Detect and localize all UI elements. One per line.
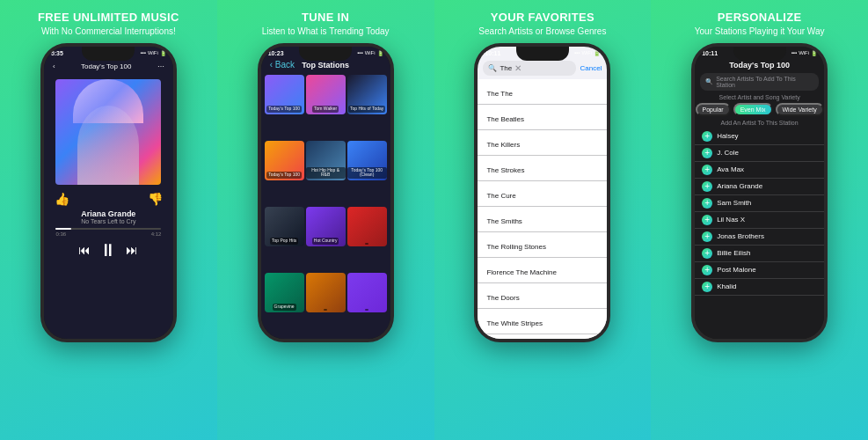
artist-item[interactable]: + J. Cole	[695, 145, 824, 162]
result-text: The Cure	[486, 192, 515, 200]
skip-forward-icon[interactable]: ⏭	[126, 243, 138, 257]
add-artist-icon[interactable]: +	[702, 282, 712, 292]
wifi-icon-4: WiFi	[799, 50, 809, 55]
add-artist-icon[interactable]: +	[702, 181, 712, 192]
add-artist-icon[interactable]: +	[702, 198, 712, 209]
station-label-9: Grapevine	[273, 304, 296, 311]
artist-item[interactable]: + Khalid	[695, 279, 824, 296]
add-artist-label: Add An Artist To This Station	[695, 120, 824, 126]
search-bar-row: 🔍 The ✕ Cancel	[478, 61, 607, 76]
result-text: The Beatles	[486, 115, 524, 123]
back-button-2[interactable]: ‹ Back	[270, 60, 295, 70]
progress-times: 0:36 4:12	[55, 231, 161, 237]
phone-notch-3	[516, 47, 569, 61]
status-time-1: 5:35	[51, 50, 63, 56]
variety-evenmix-button[interactable]: Even Mix	[733, 103, 773, 116]
personalize-search-box[interactable]: 🔍 Search Artists To Add To This Station	[700, 73, 819, 91]
add-artist-icon[interactable]: +	[702, 231, 712, 242]
panel-4-subtitle: Your Stations Playing it Your Way	[695, 26, 825, 36]
artist-name: Khalid	[717, 282, 736, 290]
panel-favorites: YOUR FAVORITES Search Artists or Browse …	[434, 0, 652, 440]
station-tile-4[interactable]: Hot Hip Hop & R&B	[306, 141, 346, 180]
pause-icon[interactable]: ⏸	[99, 240, 117, 260]
artist-item[interactable]: + Ariana Grande	[695, 179, 824, 195]
station-label-1: Tom Walker	[312, 106, 339, 113]
artist-item[interactable]: + Halsey	[695, 128, 824, 145]
phone-screen-2: 10:23 ▪▪▪ WiFi 🔋 ‹ Back Top Stations Tod…	[261, 47, 390, 339]
artist-item[interactable]: + Billie Eilish	[695, 246, 824, 262]
phone-screen-4: 10:11 ▪▪▪ WiFi 🔋 Today's Top 100 🔍 Searc…	[695, 47, 824, 339]
phone-notch-2	[299, 47, 352, 61]
list-item[interactable]: Florence The Machine	[478, 258, 607, 283]
add-artist-icon[interactable]: +	[702, 131, 712, 142]
station-tile-8[interactable]	[347, 207, 387, 246]
artist-item[interactable]: + Post Malone	[695, 262, 824, 279]
personalize-screen: 10:11 ▪▪▪ WiFi 🔋 Today's Top 100 🔍 Searc…	[695, 47, 824, 339]
list-item[interactable]: The Killers	[478, 130, 607, 156]
station-tile-6[interactable]: Top Pop Hits	[265, 207, 304, 246]
panel-3-title: YOUR FAVORITES	[478, 11, 606, 25]
artist-item[interactable]: + Jonas Brothers	[695, 229, 824, 246]
panel-3-heading: YOUR FAVORITES Search Artists or Browse …	[478, 11, 606, 36]
search-input-box[interactable]: 🔍 The ✕	[483, 61, 576, 76]
panel-1-subtitle: With No Commercial Interruptions!	[38, 26, 179, 36]
station-tile-3[interactable]: Today's Top 100	[265, 141, 304, 180]
thumbs-down-icon[interactable]: 👎	[148, 192, 163, 206]
panel-tune-in: TUNE IN Listen to What is Trending Today…	[217, 0, 434, 440]
station-tile-9[interactable]: Grapevine	[265, 273, 304, 312]
artist-item[interactable]: + Lil Nas X	[695, 212, 824, 229]
station-label-3: Today's Top 100	[266, 172, 302, 179]
list-item[interactable]: The White Stripes	[478, 309, 607, 334]
station-tile-10[interactable]	[306, 273, 346, 312]
add-artist-icon[interactable]: +	[702, 165, 712, 175]
station-tile-11[interactable]	[347, 273, 387, 312]
list-item[interactable]: The Doors	[478, 283, 607, 309]
status-time-2: 10:23	[268, 50, 284, 56]
station-tile-1[interactable]: Tom Walker	[306, 75, 346, 114]
list-item[interactable]: Queens of the Stone Age	[478, 334, 607, 339]
station-tile-5[interactable]: Today's Top 100 (Clean)	[347, 141, 387, 180]
station-tile-2[interactable]: Top Hits of Today	[347, 75, 387, 114]
station-tile-7[interactable]: Hot Country	[306, 207, 346, 246]
wifi-icon-3: WiFi	[581, 50, 592, 55]
thumbs-up-icon[interactable]: 👍	[55, 192, 69, 206]
variety-widevariety-button[interactable]: Wide Variety	[776, 103, 824, 116]
wifi-icon: WiFi	[148, 50, 158, 55]
back-icon[interactable]: ‹	[53, 62, 55, 76]
clear-search-icon[interactable]: ✕	[514, 63, 522, 73]
add-artist-icon[interactable]: +	[702, 248, 712, 259]
station-tile-0[interactable]: Today's Top 100	[265, 75, 304, 114]
artist-name: Ariana Grande	[717, 182, 762, 190]
search-icon-p: 🔍	[705, 78, 713, 85]
list-item[interactable]: The Cure	[478, 181, 607, 207]
phone-1: 5:35 ▪▪▪ WiFi 🔋 ‹ Today's Top 100 ⋯	[40, 43, 177, 342]
add-artist-icon[interactable]: +	[702, 265, 712, 275]
artist-name: Halsey	[717, 132, 738, 140]
station-label-7: Hot Country	[312, 238, 339, 245]
variety-popular-button[interactable]: Popular	[696, 103, 731, 116]
list-item[interactable]: The Rolling Stones	[478, 232, 607, 258]
station-label-11	[365, 309, 368, 311]
list-item[interactable]: The Smiths	[478, 207, 607, 232]
skip-back-icon[interactable]: ⏮	[78, 243, 91, 257]
list-item[interactable]: The The	[478, 79, 607, 105]
top-stations-screen: 10:23 ▪▪▪ WiFi 🔋 ‹ Back Top Stations Tod…	[261, 47, 390, 339]
menu-icon[interactable]: ⋯	[157, 62, 164, 76]
list-item[interactable]: The Beatles	[478, 105, 607, 130]
artist-name: Sam Smith	[717, 199, 751, 207]
battery-icon-2: 🔋	[377, 50, 383, 56]
cancel-search-button[interactable]: Cancel	[580, 64, 602, 72]
result-text: The White Stripes	[486, 319, 543, 327]
battery-icon-3: 🔋	[594, 50, 600, 56]
artist-item[interactable]: + Ava Max	[695, 162, 824, 179]
add-artist-icon[interactable]: +	[702, 148, 712, 158]
add-artist-icon[interactable]: +	[702, 215, 712, 225]
station-title: Today's Top 100	[81, 62, 131, 70]
progress-track[interactable]	[55, 228, 161, 230]
panel-4-title: PERSONALIZE	[695, 11, 825, 25]
time-current: 0:36	[55, 231, 66, 237]
artist-name: Ava Max	[717, 165, 744, 173]
panel-2-title: TUNE IN	[262, 11, 390, 25]
list-item[interactable]: The Strokes	[478, 156, 607, 181]
artist-item[interactable]: + Sam Smith	[695, 195, 824, 212]
